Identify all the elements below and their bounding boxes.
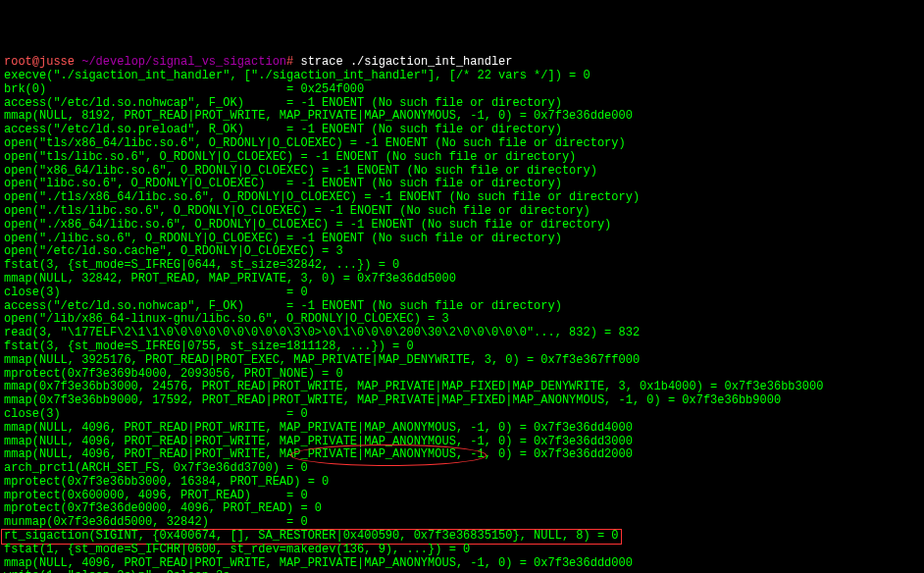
strace-line: mmap(NULL, 4096, PROT_READ|PROT_WRITE, M… [4,421,633,435]
strace-line: open("./tls/x86_64/libc.so.6", O_RDONLY|… [4,190,640,204]
strace-line: read(3, "\177ELF\2\1\1\0\0\0\0\0\0\0\0\0… [4,326,640,339]
strace-line: fstat(1, {st_mode=S_IFCHR|0600, st_rdev=… [4,543,470,556]
strace-line: open("./tls/libc.so.6", O_RDONLY|O_CLOEX… [4,204,590,218]
strace-line: munmap(0x7f3e36dd5000, 32842) = 0 [4,515,308,529]
strace-line: open("/etc/ld.so.cache", O_RDONLY|O_CLOE… [4,244,343,258]
strace-line: write(1, "sleep 2s\n", 9sleep 2s [4,569,230,573]
rt-sigaction-line: rt_sigaction(SIGINT, {0x400674, [], SA_R… [4,529,619,543]
strace-line: open("./libc.so.6", O_RDONLY|O_CLOEXEC) … [4,232,562,245]
strace-line: fstat(3, {st_mode=S_IFREG|0644, st_size=… [4,258,399,272]
strace-line: access("/etc/ld.so.nohwcap", F_OK) = -1 … [4,299,562,313]
strace-line: mprotect(0x7f3e36bb3000, 16384, PROT_REA… [4,475,329,489]
strace-line: mmap(NULL, 32842, PROT_READ, MAP_PRIVATE… [4,272,456,286]
strace-line: open("x86_64/libc.so.6", O_RDONLY|O_CLOE… [4,164,597,178]
prompt-user: root@jusse [4,55,75,69]
command-text[interactable]: strace ./sigaction_int_handler [300,55,512,69]
strace-line: mprotect(0x600000, 4096, PROT_READ) = 0 [4,489,308,502]
strace-line: arch_prctl(ARCH_SET_FS, 0x7f3e36dd3700) … [4,461,308,475]
strace-line: access("/etc/ld.so.nohwcap", F_OK) = -1 … [4,96,562,110]
strace-line: execve("./sigaction_int_handler", ["./si… [4,69,590,82]
strace-line: mmap(0x7f3e36bb3000, 24576, PROT_READ|PR… [4,380,823,393]
strace-line: brk(0) = 0x254f000 [4,82,364,96]
strace-line: mprotect(0x7f3e369b4000, 2093056, PROT_N… [4,367,343,381]
strace-line: fstat(3, {st_mode=S_IFREG|0755, st_size=… [4,339,414,353]
strace-line: mmap(NULL, 4096, PROT_READ|PROT_WRITE, M… [4,447,633,461]
prompt-path: ~/develop/signal_vs_sigaction [81,55,286,69]
strace-line: mmap(NULL, 4096, PROT_READ|PROT_WRITE, M… [4,435,633,448]
strace-line: mprotect(0x7f3e36de0000, 4096, PROT_READ… [4,501,322,515]
strace-line: open("/lib/x86_64-linux-gnu/libc.so.6", … [4,312,449,326]
strace-line: mmap(NULL, 3925176, PROT_READ|PROT_EXEC,… [4,353,640,367]
strace-line: close(3) = 0 [4,286,308,299]
strace-line: open("libc.so.6", O_RDONLY|O_CLOEXEC) = … [4,177,562,190]
strace-line: mmap(0x7f3e36bb9000, 17592, PROT_READ|PR… [4,393,781,407]
terminal-output: root@jusse ~/develop/signal_vs_sigaction… [4,56,920,573]
strace-line: open("./x86_64/libc.so.6", O_RDONLY|O_CL… [4,218,611,232]
strace-line: mmap(NULL, 4096, PROT_READ|PROT_WRITE, M… [4,556,633,570]
strace-line: close(3) = 0 [4,407,308,421]
strace-line: open("tls/libc.so.6", O_RDONLY|O_CLOEXEC… [4,150,576,164]
strace-line: mmap(NULL, 8192, PROT_READ|PROT_WRITE, M… [4,109,633,123]
strace-line: open("tls/x86_64/libc.so.6", O_RDONLY|O_… [4,136,626,150]
strace-line: access("/etc/ld.so.preload", R_OK) = -1 … [4,123,562,136]
